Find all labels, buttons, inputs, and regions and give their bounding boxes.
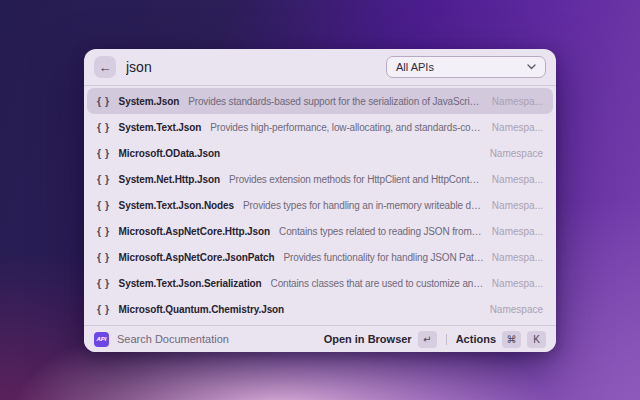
result-title: Microsoft.OData.Json <box>119 148 220 159</box>
result-row[interactable]: { } Microsoft.OData.Json Namespace <box>87 140 553 166</box>
result-title: System.Json <box>119 96 180 107</box>
result-row[interactable]: { } System.Text.Json.Nodes Provides type… <box>87 192 553 218</box>
result-type-badge: Namespace <box>490 148 543 159</box>
result-title: System.Text.Json <box>119 122 202 133</box>
result-type-badge: Namespa... <box>492 252 543 263</box>
footer-separator <box>446 334 447 345</box>
result-title: Microsoft.Quantum.Chemistry.Json <box>119 304 285 315</box>
footer: API Search Documentation Open in Browser… <box>84 325 556 352</box>
result-row[interactable]: { } Microsoft.AspNetCore.JsonPatch Provi… <box>87 244 553 270</box>
namespace-braces-icon: { } <box>97 303 110 315</box>
namespace-braces-icon: { } <box>97 173 110 185</box>
result-row[interactable]: { } System.Text.Json.Serialization Conta… <box>87 270 553 296</box>
chevron-down-icon <box>527 64 536 70</box>
result-row[interactable]: { } System.Net.Http.Json Provides extens… <box>87 166 553 192</box>
result-title: System.Text.Json.Serialization <box>119 278 262 289</box>
result-description: Provides standards-based support for the… <box>188 96 484 107</box>
results-list: { } System.Json Provides standards-based… <box>84 86 556 325</box>
namespace-braces-icon: { } <box>97 251 110 263</box>
result-description: Provides high-performance, low-allocatin… <box>210 122 484 133</box>
back-button[interactable]: ← <box>94 56 116 78</box>
k-key-badge: K <box>527 331 546 348</box>
enter-key-badge: ↵ <box>418 331 437 348</box>
actions-button[interactable]: Actions ⌘ K <box>456 331 546 348</box>
result-row[interactable]: { } System.Json Provides standards-based… <box>87 88 553 114</box>
app-name-label: Search Documentation <box>117 333 229 345</box>
result-title: Microsoft.AspNetCore.Http.Json <box>119 226 270 237</box>
result-row[interactable]: { } Microsoft.Quantum.Chemistry.Json Nam… <box>87 296 553 322</box>
namespace-braces-icon: { } <box>97 147 110 159</box>
namespace-braces-icon: { } <box>97 199 110 211</box>
result-type-badge: Namespa... <box>492 200 543 211</box>
result-title: System.Text.Json.Nodes <box>119 200 234 211</box>
header: ← All APIs <box>84 49 556 85</box>
search-input[interactable] <box>126 59 356 75</box>
result-description: Provides extension methods for HttpClien… <box>229 174 484 185</box>
namespace-braces-icon: { } <box>97 95 110 107</box>
result-description: Provides functionality for handling JSON… <box>284 252 484 263</box>
api-docs-app-icon-text: API <box>96 336 106 342</box>
search-palette-window: ← All APIs { } System.Json Provides stan… <box>84 49 556 352</box>
result-description: Provides types for handling an in-memory… <box>243 200 484 211</box>
result-row[interactable]: { } System.Text.Json Provides high-perfo… <box>87 114 553 140</box>
namespace-braces-icon: { } <box>97 121 110 133</box>
result-type-badge: Namespa... <box>492 96 543 107</box>
result-type-badge: Namespace <box>490 304 543 315</box>
result-type-badge: Namespa... <box>492 174 543 185</box>
result-type-badge: Namespa... <box>492 278 543 289</box>
result-type-badge: Namespa... <box>492 226 543 237</box>
result-description: Contains classes that are used to custom… <box>271 278 484 289</box>
open-in-browser-label: Open in Browser <box>324 333 412 345</box>
result-title: System.Net.Http.Json <box>119 174 220 185</box>
api-filter-value: All APIs <box>396 61 434 73</box>
footer-actions: Open in Browser ↵ Actions ⌘ K <box>324 331 546 348</box>
api-filter-dropdown[interactable]: All APIs <box>386 56 546 78</box>
open-in-browser-button[interactable]: Open in Browser ↵ <box>324 331 437 348</box>
result-row[interactable]: { } Microsoft.AspNetCore.Http.Json Conta… <box>87 218 553 244</box>
back-arrow-icon: ← <box>99 60 112 75</box>
namespace-braces-icon: { } <box>97 277 110 289</box>
result-title: Microsoft.AspNetCore.JsonPatch <box>119 252 275 263</box>
result-description: Contains types related to reading JSON f… <box>279 226 484 237</box>
actions-label: Actions <box>456 333 496 345</box>
namespace-braces-icon: { } <box>97 225 110 237</box>
result-type-badge: Namespa... <box>492 122 543 133</box>
cmd-key-badge: ⌘ <box>502 331 521 348</box>
api-docs-app-icon: API <box>94 332 109 347</box>
